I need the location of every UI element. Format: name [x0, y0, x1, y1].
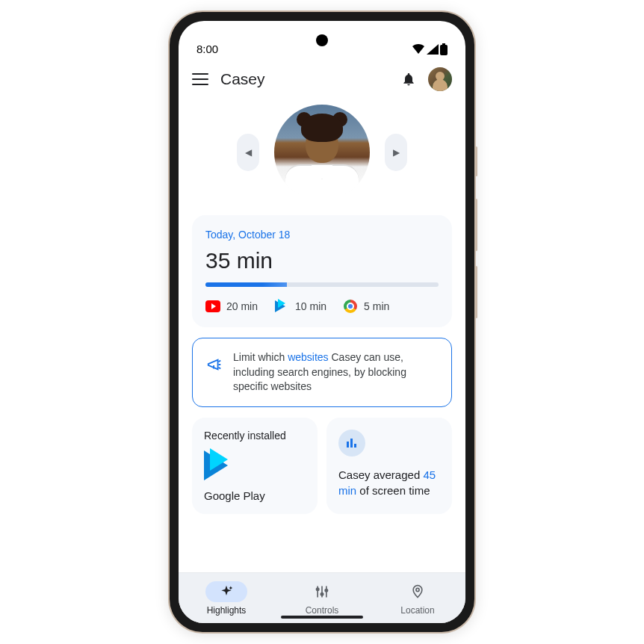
chrome-usage: 5 min	[343, 299, 389, 314]
status-icons	[412, 43, 448, 55]
screen-time-card[interactable]: Today, October 18 35 min 20 min 10 min	[192, 215, 452, 327]
phone-volume-up	[475, 199, 477, 251]
notifications-icon[interactable]	[401, 72, 416, 87]
menu-icon[interactable]	[192, 73, 208, 85]
recently-installed-title: Recently installed	[204, 430, 306, 442]
sparkle-icon	[219, 584, 234, 599]
next-child-button[interactable]: ▶	[385, 134, 407, 171]
status-time: 8:00	[196, 43, 218, 55]
child-avatar[interactable]	[274, 105, 370, 200]
parent-avatar[interactable]	[428, 67, 452, 91]
total-screen-time: 35 min	[205, 248, 439, 273]
nav-location[interactable]: Location	[370, 573, 465, 623]
svg-rect-1	[442, 43, 445, 45]
phone-frame: 8:00 Casey ◀ ▶ Today, Oc	[170, 12, 474, 632]
youtube-usage: 20 min	[205, 299, 258, 314]
screen: 8:00 Casey ◀ ▶ Today, Oc	[179, 21, 465, 623]
svg-point-8	[317, 588, 319, 590]
previous-child-button[interactable]: ◀	[237, 134, 259, 171]
play-icon	[274, 299, 289, 314]
play-usage: 10 min	[274, 299, 326, 314]
tip-text: Limit which websites Casey can use, incl…	[233, 350, 438, 394]
google-play-icon	[204, 451, 235, 482]
nav-highlights[interactable]: Highlights	[179, 573, 274, 623]
signal-icon	[427, 44, 439, 55]
content: ◀ ▶ Today, October 18 35 min 20 min	[179, 99, 465, 572]
svg-rect-2	[347, 442, 349, 448]
website-limit-tip[interactable]: Limit which websites Casey can use, incl…	[192, 338, 452, 407]
recently-installed-card[interactable]: Recently installed Google Play	[192, 418, 318, 514]
profile-selector: ◀ ▶	[192, 105, 452, 200]
svg-point-9	[321, 592, 323, 595]
svg-point-10	[325, 589, 327, 591]
battery-icon	[440, 43, 448, 55]
date-label: Today, October 18	[205, 229, 439, 241]
websites-link[interactable]: websites	[288, 351, 328, 363]
svg-rect-0	[440, 45, 448, 55]
phone-power-button	[475, 146, 477, 176]
average-screen-time-card[interactable]: Casey averaged 45 min of screen time	[326, 418, 452, 514]
wifi-icon	[412, 44, 425, 55]
svg-point-11	[416, 588, 419, 591]
phone-volume-down	[475, 266, 477, 318]
info-cards-row: Recently installed Google Play Casey ave…	[192, 418, 452, 514]
pin-icon	[410, 584, 425, 599]
svg-rect-3	[350, 439, 353, 448]
sliders-icon	[315, 584, 329, 599]
youtube-icon	[205, 299, 220, 314]
home-indicator[interactable]	[281, 616, 363, 619]
screen-time-progress	[205, 282, 439, 287]
average-text: Casey averaged 45 min of screen time	[338, 467, 440, 498]
chrome-icon	[343, 299, 358, 314]
page-title: Casey	[220, 70, 389, 88]
megaphone-icon	[206, 356, 223, 373]
app-usage-row: 20 min 10 min 5 min	[205, 299, 439, 314]
front-camera	[316, 34, 328, 46]
svg-rect-4	[354, 444, 356, 448]
app-bar: Casey	[179, 60, 465, 99]
bar-chart-icon	[338, 430, 365, 456]
recently-installed-app: Google Play	[204, 489, 306, 502]
